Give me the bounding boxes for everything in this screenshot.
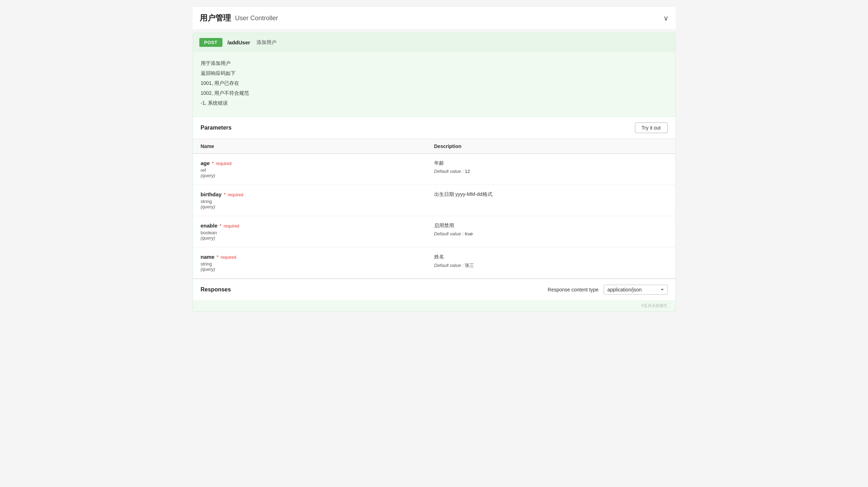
param-name-text: enable	[201, 223, 218, 229]
param-name-text: name	[201, 254, 215, 260]
param-name-col: name * requiredstring(query)	[201, 254, 434, 272]
api-description-block: 用于添加用户 返回响应码如下 1001, 用户已存在 1002, 用户不符合规范…	[193, 52, 675, 117]
api-path: /addUser	[227, 39, 250, 45]
param-desc-text: 年龄	[434, 160, 668, 166]
param-required-label: required	[221, 255, 236, 260]
param-default: Default value : 12	[434, 169, 668, 174]
api-info-line-1: 用于添加用户	[201, 58, 668, 68]
responses-section: Responses Response content type applicat…	[193, 279, 675, 300]
param-type: boolean	[201, 230, 434, 235]
param-required-star: *	[215, 254, 220, 260]
param-desc-text: 出生日期 yyyy-MM-dd格式	[434, 191, 668, 198]
param-name-col: enable * requiredboolean(query)	[201, 223, 434, 241]
api-info-line-5: -1, 系统错误	[201, 98, 668, 108]
param-location: (query)	[201, 267, 434, 272]
param-name-text: birthday	[201, 191, 222, 197]
param-row: birthday * requiredstring(query)出生日期 yyy…	[193, 185, 675, 216]
param-type: string	[201, 261, 434, 267]
chevron-down-icon[interactable]: ∨	[663, 14, 669, 22]
param-required-label: required	[228, 192, 243, 197]
header-left: 用户管理 User Controller	[200, 13, 278, 23]
param-name-col: birthday * requiredstring(query)	[201, 191, 434, 209]
param-required-label: required	[216, 161, 232, 166]
param-desc-col: 姓名Default value : 张三	[434, 254, 668, 269]
param-row: name * requiredstring(query)姓名Default va…	[193, 247, 675, 279]
param-desc-col: 出生日期 yyyy-MM-dd格式	[434, 191, 668, 198]
params-table-header: Name Description	[193, 139, 675, 154]
param-location: (query)	[201, 173, 434, 178]
api-block: POST /addUser 添加用户 用于添加用户 返回响应码如下 1001, …	[193, 33, 676, 312]
param-required-star: *	[210, 160, 215, 166]
param-required-star: *	[222, 192, 227, 197]
param-desc-col: 年龄Default value : 12	[434, 160, 668, 174]
param-desc-col: 启用禁用Default value : true	[434, 223, 668, 236]
response-content-type-select[interactable]: application/json text/xml text/plain	[604, 285, 668, 295]
param-default: Default value : true	[434, 231, 668, 236]
param-name-text: age	[201, 160, 210, 166]
parameters-header: Parameters Try it out	[193, 117, 675, 139]
param-default: Default value : 张三	[434, 262, 668, 269]
watermark: ©五月天的尾巴	[193, 300, 675, 311]
param-row: enable * requiredboolean(query)启用禁用Defau…	[193, 216, 675, 247]
param-required-star: *	[218, 223, 223, 229]
parameters-title: Parameters	[201, 125, 232, 131]
api-info-line-4: 1002, 用户不符合规范	[201, 88, 668, 98]
param-name-col: age * requiredref(query)	[201, 160, 434, 178]
param-location: (query)	[201, 235, 434, 241]
param-desc-text: 姓名	[434, 254, 668, 260]
param-row: age * requiredref(query)年龄Default value …	[193, 154, 675, 185]
col-name-header: Name	[201, 143, 434, 149]
page-title-cn: 用户管理	[200, 13, 231, 23]
param-location: (query)	[201, 204, 434, 209]
try-it-out-button[interactable]: Try it out	[635, 122, 668, 133]
responses-title: Responses	[201, 286, 231, 293]
api-description-inline: 添加用户	[257, 39, 276, 46]
page-container: 用户管理 User Controller ∨ POST /addUser 添加用…	[185, 0, 683, 319]
response-content-type-row: Response content type application/json t…	[548, 285, 667, 295]
page-title-en: User Controller	[235, 15, 278, 22]
api-info-line-3: 1001, 用户已存在	[201, 78, 668, 88]
method-badge: POST	[199, 38, 222, 47]
response-content-type-label: Response content type	[548, 287, 598, 292]
parameters-section: Parameters Try it out Name Description a…	[193, 117, 675, 279]
col-description-header: Description	[434, 143, 668, 149]
param-type: ref	[201, 168, 434, 173]
api-header-row: POST /addUser 添加用户	[193, 33, 675, 52]
param-required-label: required	[223, 224, 239, 229]
param-type: string	[201, 199, 434, 204]
page-header: 用户管理 User Controller ∨	[193, 7, 676, 29]
params-rows: age * requiredref(query)年龄Default value …	[193, 154, 675, 279]
param-desc-text: 启用禁用	[434, 223, 668, 229]
api-info-line-2: 返回响应码如下	[201, 68, 668, 78]
